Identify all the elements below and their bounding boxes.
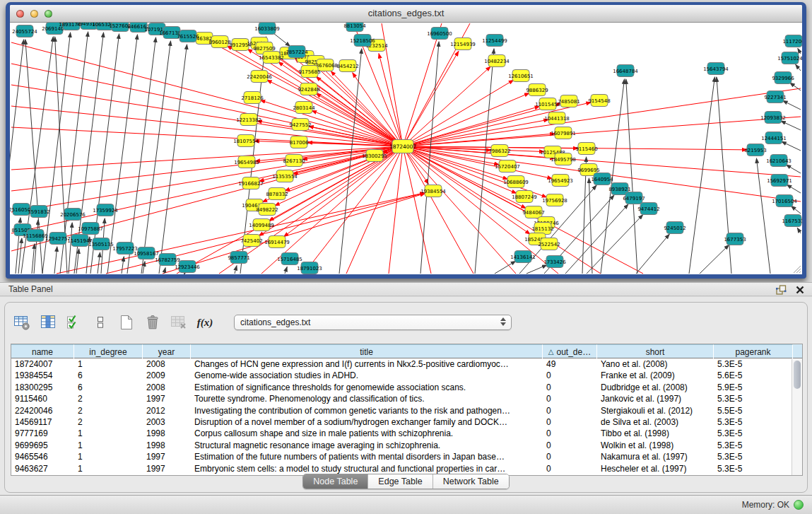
graph-node[interactable]: 9175685: [298, 66, 320, 78]
graph-node[interactable]: 16914479: [264, 236, 290, 248]
tab-node-table[interactable]: Node Table: [303, 474, 368, 489]
close-panel-icon[interactable]: [795, 285, 805, 295]
table-row[interactable]: 969969511998Structural magnetic resonanc…: [11, 440, 802, 451]
graph-node[interactable]: 7615526: [177, 30, 199, 42]
graph-node[interactable]: 19166827: [238, 177, 264, 189]
graph-node[interactable]: 24055724: [12, 25, 37, 37]
table-row[interactable]: 946362711997Embryonic stem cells: a mode…: [11, 463, 802, 474]
graph-node[interactable]: 9886329: [526, 84, 548, 96]
graph-node[interactable]: 18724007: [389, 140, 416, 153]
graph-node[interactable]: 14136141: [510, 251, 536, 263]
graph-node[interactable]: 9242848: [298, 83, 319, 95]
graph-node[interactable]: 16648784: [613, 65, 638, 77]
tab-network-table[interactable]: Network Table: [433, 474, 509, 489]
graph-node[interactable]: 1815132: [531, 223, 553, 235]
column-header-short[interactable]: short: [597, 344, 714, 358]
column-header-pagerank[interactable]: pagerank: [714, 344, 793, 358]
column-header-out_de[interactable]: △out_de…: [543, 344, 597, 358]
graph-node[interactable]: 9857771: [228, 252, 249, 264]
graph-node[interactable]: 19756928: [542, 194, 567, 206]
graph-node[interactable]: 6479197: [623, 192, 645, 204]
network-graph[interactable]: 1872400774638228960128891295415226058982…: [10, 23, 802, 274]
minimize-window-button[interactable]: [30, 10, 38, 18]
graph-node[interactable]: 19654985: [234, 156, 259, 168]
graph-node[interactable]: 15643794: [703, 63, 729, 75]
graph-node[interactable]: 2803144: [293, 102, 315, 114]
graph-node[interactable]: 16210643: [766, 155, 792, 167]
graph-node[interactable]: 1677353: [724, 233, 746, 245]
graph-node[interactable]: 1733426: [543, 256, 566, 268]
network-canvas[interactable]: 1872400774638228960128891295415226058982…: [10, 23, 802, 274]
graph-node[interactable]: 15716485: [277, 253, 302, 265]
graph-node[interactable]: 1591832: [28, 206, 49, 218]
graph-node[interactable]: 7986322: [488, 145, 510, 157]
graph-node[interactable]: 16079891: [551, 127, 576, 139]
graph-node[interactable]: 10482234: [484, 55, 510, 67]
graph-node[interactable]: 12154939: [450, 38, 476, 50]
graph-node[interactable]: 8813054: [343, 23, 366, 32]
graph-node[interactable]: 9329966: [772, 72, 794, 84]
close-window-button[interactable]: [16, 10, 24, 18]
graph-node[interactable]: 2522542: [538, 238, 560, 250]
delete-rows-trash-button[interactable]: [143, 313, 163, 332]
graph-node[interactable]: 10975887: [78, 223, 103, 235]
graph-node[interactable]: 2718126: [241, 92, 264, 104]
tab-edge-table[interactable]: Edge Table: [368, 474, 433, 489]
graph-node[interactable]: 8498222: [256, 204, 278, 216]
graph-node[interactable]: 9115460: [575, 143, 597, 155]
graph-node[interactable]: 16960500: [427, 28, 452, 40]
table-settings-button[interactable]: [12, 313, 32, 332]
graph-node[interactable]: 16033809: [254, 23, 280, 35]
table-selector-dropdown[interactable]: citations_edges.txt: [234, 315, 512, 330]
graph-node[interactable]: 17016504: [772, 195, 797, 207]
graph-node[interactable]: 12610651: [508, 70, 534, 82]
column-header-name[interactable]: name: [11, 344, 74, 358]
graph-node[interactable]: 15751024: [777, 52, 802, 64]
graph-node[interactable]: 9154548: [588, 95, 610, 107]
graph-node[interactable]: 8215953: [744, 144, 766, 156]
scrollbar-thumb[interactable]: [794, 361, 801, 389]
delete-table-button[interactable]: [169, 313, 189, 332]
select-columns-button[interactable]: [38, 313, 58, 332]
table-row[interactable]: 2242004622012Investigating the contribut…: [11, 405, 802, 416]
graph-node[interactable]: 9427552: [289, 119, 311, 131]
zoom-window-button[interactable]: [45, 10, 52, 18]
graph-node[interactable]: 8960128: [208, 36, 230, 48]
table-row[interactable]: 1938455462009Genome-wide association stu…: [11, 370, 802, 381]
graph-node[interactable]: 9245012: [664, 222, 686, 234]
column-header-in_degree[interactable]: in_degree: [74, 344, 143, 358]
column-header-title[interactable]: title: [191, 344, 543, 358]
graph-node[interactable]: 8267130: [283, 155, 305, 167]
table-row[interactable]: 1456911722003Disruption of a novel membe…: [11, 416, 802, 428]
table-row[interactable]: 1830029562008Estimation of significance …: [11, 382, 802, 393]
graph-node[interactable]: 8878332: [266, 188, 288, 200]
graph-node[interactable]: 7485081: [558, 95, 579, 107]
graph-node[interactable]: 9484067: [522, 206, 544, 218]
window-resize-grip[interactable]: [791, 263, 801, 274]
graph-node[interactable]: 8454212: [336, 60, 358, 72]
float-panel-icon[interactable]: [775, 284, 787, 296]
graph-node[interactable]: 9227341: [764, 91, 786, 103]
table-row[interactable]: 911546021997Tourette syndrome. Phenomeno…: [11, 393, 802, 404]
select-all-columns-button[interactable]: [64, 313, 84, 332]
graph-node[interactable]: 11015456: [535, 98, 560, 110]
graph-node[interactable]: 1167533: [782, 215, 802, 227]
graph-node[interactable]: 817006: [290, 136, 309, 148]
graph-node[interactable]: 19384554: [420, 185, 446, 197]
graph-node[interactable]: 19654923: [548, 175, 573, 187]
graph-node[interactable]: 9474412: [637, 203, 659, 215]
graph-node[interactable]: 11254499: [482, 35, 507, 47]
graph-node[interactable]: 1117206: [782, 35, 802, 47]
table-row[interactable]: 946554611997Estimation of the future num…: [11, 451, 802, 462]
graph-node[interactable]: 7425402: [240, 235, 262, 247]
function-builder-button[interactable]: f(x): [195, 313, 215, 332]
graph-node[interactable]: 1640954: [591, 173, 613, 185]
column-header-year[interactable]: year: [143, 344, 191, 358]
graph-node[interactable]: 7857224: [286, 46, 308, 58]
table-row[interactable]: 1872400712008Changes of HCN gene express…: [11, 358, 802, 370]
table-vertical-scrollbar[interactable]: [792, 359, 802, 475]
window-titlebar[interactable]: citations_edges.txt: [10, 5, 802, 23]
graph-node[interactable]: 18791023: [297, 262, 322, 274]
unselect-all-columns-button[interactable]: [90, 313, 110, 332]
new-table-button[interactable]: [117, 313, 136, 332]
